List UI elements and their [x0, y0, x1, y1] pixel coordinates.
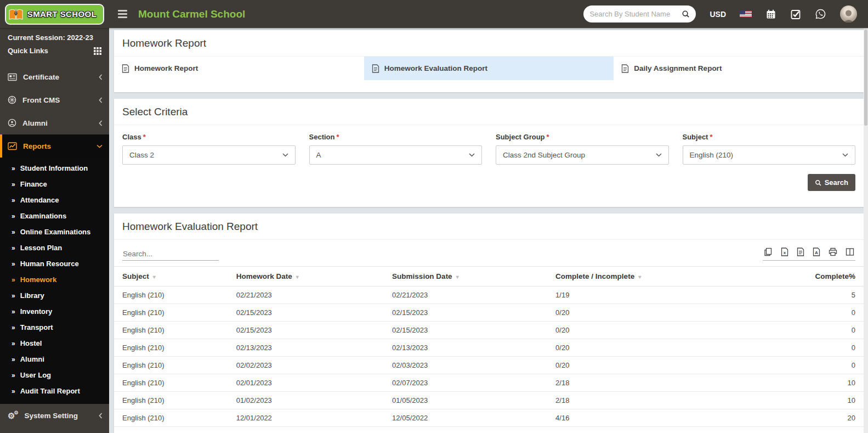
evaluation-report-table: Subject▾ Homework Date▾ Submission Date▾…	[114, 266, 864, 433]
submenu-item-label: Examinations	[20, 212, 67, 220]
submenu-item[interactable]: » Attendance	[0, 192, 109, 208]
double-angle-icon: »	[12, 372, 15, 379]
complete-incomplete-cell: 0/20	[547, 357, 737, 374]
search-button[interactable]: Search	[808, 174, 855, 191]
submission-date-cell: 01/05/2023	[384, 392, 547, 409]
subject-select[interactable]: English (210)	[683, 145, 856, 165]
submission-date-cell: 11/23/2022	[384, 427, 547, 433]
student-search	[583, 5, 696, 23]
double-angle-icon: »	[12, 356, 15, 363]
pdf-icon[interactable]: A	[813, 248, 820, 256]
current-session-label: Current Session: 2022-23	[0, 28, 109, 43]
submenu-item[interactable]: » User Log	[0, 367, 109, 383]
page-title: Homework Report	[114, 30, 864, 57]
student-search-input[interactable]	[589, 10, 679, 18]
complete-percent-cell: 0	[737, 357, 864, 374]
submenu-item[interactable]: » Inventory	[0, 303, 109, 319]
column-header[interactable]: Complete / Incomplete▾	[547, 267, 737, 286]
double-angle-icon: »	[12, 260, 15, 268]
sidebar-item-label: Reports	[23, 142, 51, 150]
currency-label[interactable]: USD	[710, 10, 726, 19]
tab-homework-evaluation-report[interactable]: Homework Evaluation Report	[364, 57, 614, 80]
column-header[interactable]: Subject▾	[114, 267, 228, 286]
menu-toggle-button[interactable]	[118, 10, 127, 18]
sidebar-item-alumni[interactable]: Alumni	[0, 111, 109, 134]
complete-percent-cell: 10	[737, 392, 864, 409]
sidebar-item-certificate[interactable]: Certificate	[0, 65, 109, 88]
table-row: English (210) 11/20/2022 11/23/2022 0/20…	[114, 427, 864, 433]
tab-homework-report[interactable]: Homework Report	[114, 57, 364, 80]
task-check-icon[interactable]	[790, 9, 801, 20]
submission-date-cell: 02/03/2023	[384, 357, 547, 374]
submission-date-cell: 02/15/2023	[384, 322, 547, 339]
sidebar-item-hostel[interactable]: Hostel	[0, 58, 109, 65]
homework-date-cell: 02/15/2023	[228, 304, 384, 322]
submission-date-cell: 02/21/2023	[384, 286, 547, 304]
page-scrollbar[interactable]	[864, 28, 868, 433]
tab-daily-assignment-report[interactable]: Daily Assignment Report	[614, 57, 864, 80]
reports-submenu: » Student Information » Finance » Attend…	[0, 158, 109, 404]
subject-select-value: English (210)	[690, 151, 734, 159]
submenu-item[interactable]: » Human Resource	[0, 256, 109, 272]
quick-links[interactable]: Quick Links	[0, 43, 109, 58]
submenu-item[interactable]: » Hostel	[0, 335, 109, 351]
class-select[interactable]: Class 2	[122, 145, 296, 165]
submenu-item[interactable]: » Online Examinations	[0, 224, 109, 240]
submenu-item[interactable]: » Examinations	[0, 208, 109, 224]
section-select[interactable]: A	[309, 145, 483, 165]
submenu-item-label: Audit Trail Report	[20, 387, 80, 395]
sidebar: Current Session: 2022-23 Quick Links Hos…	[0, 28, 109, 433]
us-flag-icon[interactable]	[740, 10, 752, 18]
sort-icon: ▾	[638, 274, 641, 280]
submenu-item[interactable]: » Homework	[0, 272, 109, 288]
table-search-input[interactable]	[122, 248, 219, 261]
app-logo[interactable]: SMART SCHOOL	[0, 0, 109, 28]
table-row: English (210) 02/15/2023 02/15/2023 0/20…	[114, 322, 864, 339]
double-angle-icon: »	[12, 387, 15, 395]
chevron-down-icon	[282, 153, 288, 157]
required-asterisk: *	[710, 133, 712, 141]
sidebar-item-label: System Setting	[25, 412, 78, 420]
chevron-left-icon	[99, 74, 103, 80]
complete-percent-cell: 10	[737, 374, 864, 392]
whatsapp-icon[interactable]	[815, 8, 826, 20]
submenu-item[interactable]: » Finance	[0, 176, 109, 192]
chevron-down-icon	[842, 153, 848, 157]
sidebar-item-front-cms[interactable]: Front CMS	[0, 88, 109, 111]
complete-incomplete-cell: 0/20	[547, 339, 737, 357]
calendar-icon[interactable]	[765, 9, 776, 20]
submenu-item[interactable]: » Alumni	[0, 351, 109, 367]
submenu-item[interactable]: » Transport	[0, 319, 109, 335]
double-angle-icon: »	[12, 228, 15, 236]
required-asterisk: *	[143, 133, 146, 141]
chevron-left-icon	[99, 120, 103, 126]
search-icon[interactable]	[682, 10, 690, 18]
columns-icon[interactable]	[846, 248, 854, 256]
subject-group-select[interactable]: Class 2nd Subject Group	[496, 145, 669, 165]
avatar[interactable]	[840, 5, 857, 23]
csv-icon[interactable]	[797, 248, 804, 256]
homework-date-cell: 02/15/2023	[228, 322, 384, 339]
submenu-item[interactable]: » Audit Trail Report	[0, 383, 109, 399]
sidebar-item-system-setting[interactable]: ⚙⚙ System Setting	[0, 404, 109, 427]
complete-percent-cell: 0	[737, 304, 864, 322]
double-angle-icon: »	[12, 165, 15, 172]
complete-incomplete-cell: 1/19	[547, 286, 737, 304]
double-angle-icon: »	[12, 244, 15, 252]
section-field: Section* A	[309, 133, 483, 165]
submenu-item[interactable]: » Student Information	[0, 160, 109, 176]
tab-label: Daily Assignment Report	[634, 64, 722, 72]
excel-icon[interactable]: x	[781, 248, 788, 256]
sidebar-item-reports[interactable]: Reports	[0, 134, 109, 158]
scrollbar-thumb[interactable]	[864, 30, 867, 126]
subject-group-select-value: Class 2nd Subject Group	[503, 151, 585, 159]
column-header[interactable]: Complete%▾	[737, 267, 864, 286]
print-icon[interactable]	[829, 248, 837, 256]
logo-book-icon	[8, 8, 24, 21]
double-angle-icon: »	[12, 292, 15, 300]
submenu-item[interactable]: » Lesson Plan	[0, 240, 109, 256]
column-header[interactable]: Homework Date▾	[228, 267, 384, 286]
submenu-item[interactable]: » Library	[0, 288, 109, 303]
copy-icon[interactable]	[764, 248, 773, 256]
column-header[interactable]: Submission Date▾	[384, 267, 547, 286]
